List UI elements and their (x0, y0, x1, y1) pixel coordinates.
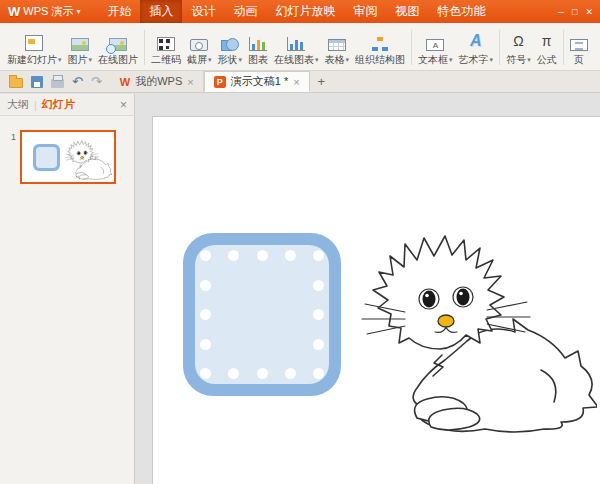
symbol-icon (509, 31, 527, 51)
ribbon-item-label: 形状 (218, 53, 238, 67)
ribbon-button-screenshot[interactable]: 截屏▾ (184, 25, 215, 70)
dropdown-caret-icon: ▾ (239, 56, 243, 64)
ribbon-button-qrcode[interactable]: 二维码 (148, 25, 184, 70)
dropdown-caret-icon: ▾ (208, 56, 212, 64)
ribbon-label-wrap: 公式 (537, 53, 557, 67)
menu-tab-view[interactable]: 视图 (386, 0, 428, 23)
ribbon-button-shapes[interactable]: 形状▾ (215, 25, 246, 70)
ribbon-button-headerfooter[interactable]: 页 (567, 25, 591, 70)
ribbon-button-new-slide[interactable]: 新建幻灯片▾ (4, 25, 65, 70)
frame-dot (200, 280, 211, 291)
ribbon-label-wrap: 组织结构图 (355, 53, 405, 67)
doc-tab-presentation-1[interactable]: P演示文稿1 *× (204, 71, 310, 92)
tab-divider: | (34, 99, 37, 111)
ribbon-item-label: 图表 (248, 53, 268, 67)
ribbon-button-picture[interactable]: 图片▾ (65, 25, 96, 70)
ribbon-button-online-picture[interactable]: 在线图片 (95, 25, 141, 70)
ribbon-button-textbox[interactable]: 文本框▾ (415, 25, 456, 70)
frame-dot (228, 250, 239, 261)
menu-tab-review[interactable]: 审阅 (344, 0, 386, 23)
ribbon-insert-toolbar: 新建幻灯片▾图片▾在线图片二维码截屏▾形状▾图表在线图表▾表格▾组织结构图文本框… (0, 23, 600, 71)
panel-close-icon[interactable]: × (120, 98, 127, 112)
frame-dot (313, 309, 324, 320)
menu-tab-bar: 开始插入设计动画幻灯片放映审阅视图特色功能 (98, 0, 494, 23)
menu-tab-insert[interactable]: 插入 (140, 0, 182, 23)
rounded-frame-shape[interactable] (183, 233, 341, 396)
frame-dot (200, 250, 211, 261)
tab-outline[interactable]: 大纲 (7, 97, 29, 112)
ppt-icon: P (214, 76, 226, 88)
quick-access-toolbar (0, 71, 111, 92)
frame-dot (313, 250, 324, 261)
tab-close-icon[interactable]: × (293, 76, 299, 88)
print-icon[interactable] (51, 79, 64, 88)
ribbon-group-separator (411, 30, 412, 65)
dropdown-caret-icon: ▾ (58, 56, 62, 64)
wordart-icon (467, 31, 485, 51)
tab-slides[interactable]: 幻灯片 (42, 97, 75, 112)
frame-dot (200, 368, 211, 379)
maximize-button[interactable]: □ (572, 7, 577, 17)
frame-dot (313, 339, 324, 350)
ribbon-label-wrap: 页 (574, 53, 584, 67)
ribbon-label-wrap: 文本框▾ (418, 53, 453, 67)
doc-tab-my-wps[interactable]: W我的WPS× (111, 71, 204, 92)
menu-tab-slide-show[interactable]: 幻灯片放映 (266, 0, 344, 23)
app-menu-button[interactable]: W WPS 演示 ▾ (0, 0, 88, 23)
wps-icon: W (120, 76, 130, 88)
save-icon[interactable] (31, 76, 43, 88)
headerfooter-icon (570, 39, 588, 51)
ribbon-button-symbol[interactable]: 符号▾ (503, 25, 534, 70)
shapes-icon (221, 38, 239, 51)
cat-clipart[interactable] (345, 222, 597, 440)
close-button[interactable]: ✕ (585, 7, 593, 17)
ribbon-group-separator (144, 30, 145, 65)
frame-dot (228, 368, 239, 379)
dropdown-caret-icon: ▾ (315, 56, 319, 64)
ribbon-button-online-chart[interactable]: 在线图表▾ (271, 25, 322, 70)
ribbon-button-table[interactable]: 表格▾ (322, 25, 353, 70)
frame-dot (257, 250, 268, 261)
ribbon-label-wrap: 在线图片 (98, 53, 138, 67)
undo-icon[interactable] (72, 74, 83, 89)
frame-inner-area (195, 245, 329, 384)
doc-tab-label: 我的WPS (135, 74, 182, 89)
ribbon-label-wrap: 在线图表▾ (274, 53, 319, 67)
menu-tab-special-features[interactable]: 特色功能 (428, 0, 494, 23)
redo-icon[interactable] (91, 74, 102, 89)
screenshot-icon (190, 39, 208, 51)
editing-canvas (136, 94, 600, 484)
ribbon-item-label: 页 (574, 53, 584, 67)
ribbon-button-formula[interactable]: 公式 (534, 25, 560, 70)
dropdown-caret-icon: ▾ (490, 56, 494, 64)
window-controls: ─ □ ✕ (551, 7, 600, 17)
ribbon-item-label: 二维码 (151, 53, 181, 67)
ribbon-label-wrap: 形状▾ (218, 53, 243, 67)
menu-tab-animation[interactable]: 动画 (224, 0, 266, 23)
frame-dot (200, 339, 211, 350)
menu-tab-home[interactable]: 开始 (98, 0, 140, 23)
document-tabs: W我的WPS×P演示文稿1 *× (111, 70, 310, 92)
ribbon-label-wrap: 二维码 (151, 53, 181, 67)
ribbon-button-chart[interactable]: 图表 (245, 25, 271, 70)
ribbon-item-label: 在线图片 (98, 53, 138, 67)
chevron-down-icon: ▾ (76, 7, 80, 16)
formula-icon (538, 31, 556, 51)
minimize-button[interactable]: ─ (558, 7, 564, 17)
tab-close-icon[interactable]: × (187, 76, 193, 88)
dropdown-caret-icon: ▾ (449, 56, 453, 64)
dropdown-caret-icon: ▾ (89, 56, 93, 64)
menu-tab-design[interactable]: 设计 (182, 0, 224, 23)
thumbnail-cat-image (62, 138, 112, 181)
new-tab-button[interactable]: + (310, 74, 334, 89)
slide-thumbnail[interactable] (20, 130, 116, 184)
slide-editing-area[interactable] (153, 117, 600, 484)
ribbon-item-label: 组织结构图 (355, 53, 405, 67)
ribbon-group-separator (499, 30, 500, 65)
ribbon-button-wordart[interactable]: 艺术字▾ (456, 25, 497, 70)
open-icon[interactable] (9, 78, 23, 88)
wps-logo-icon: W (8, 4, 20, 19)
document-tab-bar: W我的WPS×P演示文稿1 *× + (0, 71, 600, 93)
frame-dot (313, 368, 324, 379)
ribbon-button-orgchart[interactable]: 组织结构图 (352, 25, 408, 70)
